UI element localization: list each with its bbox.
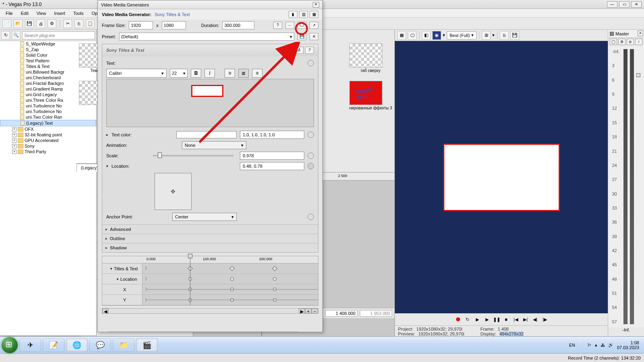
network-icon[interactable]: 🖧: [601, 343, 605, 348]
paste-button[interactable]: 📋: [86, 19, 95, 28]
prev-split[interactable]: ◧: [422, 31, 431, 40]
view-mode-3[interactable]: ▦: [310, 11, 318, 18]
menu-file[interactable]: File: [2, 10, 16, 16]
tree-item-selected[interactable]: (Legacy) Text: [0, 120, 96, 126]
text-editor[interactable]: [106, 79, 314, 127]
position-field[interactable]: [325, 310, 357, 317]
volume-icon[interactable]: 🔊: [608, 342, 614, 348]
prev-copy[interactable]: ⎘: [500, 31, 509, 40]
kf-lane[interactable]: 〉: [142, 295, 318, 305]
play-from-start[interactable]: ▶: [483, 316, 491, 323]
tree-item[interactable]: uni.Two Color Ran: [0, 114, 96, 120]
stop-button[interactable]: ■: [502, 316, 510, 323]
frame-height-input[interactable]: [162, 21, 186, 29]
dialog-close[interactable]: ✕: [313, 2, 319, 8]
kf-lane[interactable]: 〉: [142, 284, 318, 294]
prev-tool[interactable]: ⊞: [482, 31, 491, 40]
fader-handle[interactable]: [636, 73, 640, 77]
search-input[interactable]: [22, 31, 95, 39]
duration-input[interactable]: [222, 21, 254, 29]
new-button[interactable]: 📄: [2, 19, 11, 28]
prev-frame[interactable]: ◀|: [531, 316, 539, 323]
cut-button[interactable]: ✂: [63, 19, 72, 28]
system-tray[interactable]: EN ❔ 🏳 ▴ 🖧 🔊 1:0807.03.2023: [569, 340, 642, 350]
keyframe-clock-icon[interactable]: [308, 60, 314, 66]
help-icon[interactable]: ❔: [578, 342, 584, 348]
keyframe-clock-icon[interactable]: [308, 152, 314, 159]
prev-overlay[interactable]: ◉: [432, 31, 441, 40]
window-minimize[interactable]: —: [607, 1, 617, 8]
scale-value[interactable]: 0.978: [240, 152, 304, 160]
window-maximize[interactable]: ▭: [619, 1, 630, 8]
anchor-dropdown[interactable]: Center▾: [172, 213, 237, 221]
keyframe-cursor[interactable]: [188, 254, 192, 258]
meter-close[interactable]: ×: [638, 31, 643, 36]
taskbar-app[interactable]: 📝: [43, 338, 64, 352]
preset-dropdown[interactable]: (Default)▾: [119, 33, 294, 41]
plugin-help[interactable]: ?: [305, 47, 314, 54]
pause-button[interactable]: ❚❚: [493, 316, 501, 323]
color-value[interactable]: 1.0, 1.0, 1.0, 1.0: [240, 131, 304, 139]
align-left[interactable]: ≡: [225, 69, 235, 78]
end-field[interactable]: [360, 310, 392, 317]
copy-button[interactable]: ⎘: [74, 19, 83, 28]
match-media-button[interactable]: ↔: [285, 22, 294, 29]
meter-gear[interactable]: ⚙: [618, 39, 625, 45]
outline-section[interactable]: ▸Outline: [102, 234, 318, 243]
keyframe-ruler[interactable]: 0.000 100.000 200.000: [102, 256, 318, 263]
kf-lane[interactable]: 〉: [142, 263, 318, 274]
properties-button[interactable]: ⚙: [47, 19, 56, 28]
language-indicator[interactable]: EN: [569, 343, 575, 348]
tree-folder[interactable]: +Sony: [0, 143, 96, 149]
taskbar-app[interactable]: 📁: [113, 338, 134, 352]
render-button[interactable]: 🖨: [36, 19, 45, 28]
menu-tools[interactable]: Tools: [70, 10, 87, 16]
delete-preset-button[interactable]: ✕: [310, 33, 318, 40]
keyframe-clock-icon[interactable]: [308, 132, 314, 138]
chevron-down-icon[interactable]: ▾: [443, 33, 445, 38]
frame-width-input[interactable]: [129, 21, 153, 29]
expand-icon[interactable]: ▾: [106, 164, 108, 168]
view-mode-1[interactable]: ▮: [289, 11, 297, 18]
about-button[interactable]: A: [295, 47, 303, 54]
tree-folder[interactable]: +Third Party: [0, 149, 96, 154]
tree-item[interactable]: uni.Turbulence No: [0, 109, 96, 114]
taskbar-app[interactable]: ✈: [19, 338, 41, 352]
taskbar-app[interactable]: 🌐: [66, 338, 88, 352]
meter-mute[interactable]: !: [635, 39, 642, 45]
media-generator-dialog[interactable]: Video Media Generators ✕ Video Media Gen…: [97, 0, 323, 332]
menu-edit[interactable]: Edit: [18, 10, 32, 16]
italic-button[interactable]: I: [204, 69, 215, 78]
bold-button[interactable]: B: [191, 69, 201, 78]
tree-folder[interactable]: +32-bit floating point: [0, 132, 96, 138]
kf-lane[interactable]: 〉: [142, 274, 318, 284]
preview-toggle[interactable]: 🖵: [297, 22, 306, 29]
taskbar-app[interactable]: 💬: [89, 338, 111, 352]
go-start[interactable]: |◀: [512, 316, 520, 323]
tree-folder[interactable]: +GPU Accelerated: [0, 138, 96, 143]
keyframe-clock-icon[interactable]: [308, 163, 314, 169]
advanced-section[interactable]: ▸Advanced: [102, 224, 318, 234]
animation-dropdown[interactable]: None▾: [182, 141, 246, 149]
keyframe-clock-icon[interactable]: [308, 214, 314, 220]
menu-insert[interactable]: Insert: [51, 10, 68, 16]
chevron-down-icon[interactable]: ▾: [492, 33, 495, 38]
save-button[interactable]: 💾: [25, 19, 34, 28]
menu-view[interactable]: View: [33, 10, 50, 16]
scale-slider[interactable]: [153, 155, 233, 156]
prev-external[interactable]: 🖵: [408, 31, 417, 40]
remove-keyframe[interactable]: −: [312, 309, 318, 313]
shadow-section[interactable]: ▸Shadow: [102, 243, 318, 252]
align-right[interactable]: ≡: [252, 69, 262, 78]
location-picker[interactable]: ✥: [155, 173, 192, 210]
flag-icon[interactable]: 🏳: [587, 343, 592, 348]
meter-tool[interactable]: ◯: [610, 39, 617, 45]
loop-button[interactable]: ↻: [464, 316, 472, 323]
window-close[interactable]: ✕: [631, 1, 642, 8]
view-mode-2[interactable]: ▥: [299, 11, 308, 18]
keyframe-scrollbar[interactable]: ◀▶+−: [102, 308, 318, 314]
keyframe-editor[interactable]: 0.000 100.000 200.000 ▾Titles & Text〉 ▾L…: [102, 256, 318, 306]
location-value[interactable]: 0.48, 0.78: [240, 162, 304, 170]
clock[interactable]: 1:0807.03.2023: [617, 340, 639, 350]
prev-project[interactable]: ▦: [397, 31, 406, 40]
